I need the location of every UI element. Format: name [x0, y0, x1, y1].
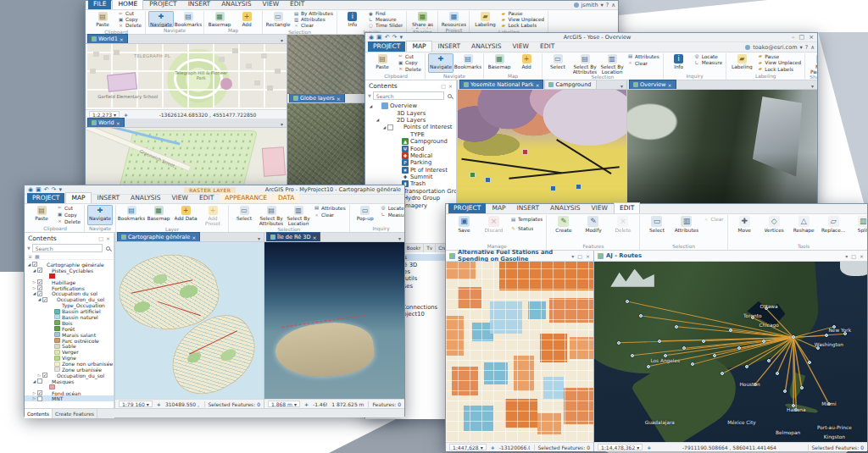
ribbon-button[interactable]: ▭ Select [231, 205, 257, 226]
layer-tree-item[interactable]: ★ Pt of Interest [365, 167, 456, 174]
ribbon-button[interactable]: ◎ Locate [693, 53, 724, 60]
ribbon-tab[interactable]: DATA [273, 193, 299, 203]
ribbon-button[interactable]: ▣ Save [450, 215, 478, 243]
ribbon-button[interactable]: △ Reshape [790, 215, 818, 243]
ribbon-tab[interactable]: VIEW [258, 0, 285, 9]
view-tab[interactable]: World1× [87, 34, 128, 43]
pointer-icon[interactable]: + [491, 445, 495, 450]
ribbon-button[interactable]: ▤ Templates [509, 215, 543, 224]
airport-dot[interactable] [808, 361, 811, 364]
layer-tree-item[interactable]: ◢ Masques [25, 378, 114, 384]
airport-dot[interactable] [675, 325, 678, 329]
airport-dot[interactable] [702, 340, 705, 343]
ribbon-tab[interactable]: PROJECT [144, 0, 181, 9]
ribbon-button[interactable]: ▰ Labeling [472, 11, 498, 29]
ribbon-button[interactable]: ▰ Pause [499, 11, 545, 17]
pane-tab[interactable]: Bookr [403, 244, 424, 252]
airport-dot[interactable] [792, 335, 795, 339]
ribbon-button[interactable]: + Add [234, 11, 259, 27]
ribbon-tab[interactable]: ANALYSIS [125, 193, 165, 203]
airport-dot[interactable] [800, 386, 804, 389]
airport-dot[interactable] [767, 359, 771, 362]
ribbon-tab[interactable]: VIEW [586, 203, 613, 213]
expand-icon[interactable]: ◢ [381, 125, 387, 130]
airport-dot[interactable] [647, 365, 650, 368]
ribbon-button[interactable]: ▣ Copy [117, 17, 142, 23]
layer-tree-item[interactable]: ◢ ✓ Pistes_Cyclables [25, 268, 114, 273]
layer-tree-item[interactable]: ◢ 2D Layers [365, 117, 456, 124]
filter-icon[interactable]: ▼ [368, 93, 371, 98]
view-tab[interactable]: Île de Ré 3D× [266, 232, 320, 241]
expand-icon[interactable]: ▷ [31, 396, 37, 401]
ribbon-button[interactable]: × Clear [702, 215, 724, 224]
help-icon[interactable]: ? [805, 44, 808, 51]
map-view-fuel-stations[interactable] [446, 262, 593, 442]
map-view-routes[interactable]: OttawaTorontoChicagoNew YorkWashingtonLo… [594, 262, 867, 442]
layer-tree-item[interactable]: ◢ ✓ Cartographie générale [25, 262, 114, 268]
menu-icon[interactable]: ▾ [571, 253, 574, 259]
tab-list-dropdown-icon[interactable]: ▾ [810, 83, 815, 89]
expand-icon[interactable]: ◢ [368, 104, 374, 108]
ribbon-button[interactable]: ▥ Split [849, 215, 867, 243]
tab-list-dropdown-icon[interactable]: ▾ [397, 235, 403, 241]
layer-checkbox[interactable]: ✓ [37, 268, 42, 273]
ribbon-button[interactable]: ◎ Locate [380, 205, 404, 212]
airport-dot[interactable] [691, 362, 694, 366]
tab-list-dropdown-icon[interactable]: ▾ [279, 37, 285, 43]
list-by-drawing-order-icon[interactable]: ≡ [28, 253, 32, 259]
search-icon[interactable] [448, 94, 452, 98]
ribbon-button[interactable]: ▤ Paste [90, 11, 115, 29]
layer-checkbox[interactable]: ✓ [42, 297, 47, 302]
ribbon-button[interactable]: ▰ View Unplaced [499, 17, 545, 23]
ribbon-button[interactable]: ✂ Cut [117, 11, 142, 17]
ribbon-tab[interactable]: MAP [65, 192, 91, 203]
view-tab[interactable]: Yosemite National Park× [459, 80, 543, 89]
layer-checkbox[interactable]: ✓ [37, 291, 42, 296]
expand-icon[interactable]: ▷ [31, 391, 37, 395]
view-tab[interactable]: Cartographie générale× [117, 232, 200, 241]
ribbon-button[interactable]: ✚ Move [731, 215, 759, 243]
maximize-button[interactable]: □ [799, 34, 805, 41]
ribbon-button[interactable]: × Delete [117, 23, 142, 29]
ribbon-button[interactable]: ▥ Select By Location [599, 53, 625, 74]
ribbon-button[interactable]: × Clear [626, 60, 660, 67]
layer-tree-item[interactable]: Zone urbanisée [25, 367, 114, 373]
ribbon-button[interactable]: ▤ Select By Attributes [572, 53, 598, 74]
airport-dot[interactable] [664, 354, 667, 357]
map-view-world1[interactable]: TELEGRAPH PL Telegraph Hill & Pioneer Pa… [86, 44, 287, 109]
ribbon-button[interactable]: ∟ Measure [380, 212, 404, 218]
layer-tree-item[interactable]: TYPE [365, 131, 456, 138]
ribbon-button[interactable]: ✚ Navigate [428, 53, 453, 73]
expand-icon[interactable]: ◢ [31, 268, 37, 273]
ribbon-button[interactable]: ▰ Pause [756, 53, 802, 60]
view-tab[interactable]: Overview× [629, 80, 676, 89]
close-icon[interactable]: × [106, 235, 110, 241]
airport-dot[interactable] [737, 346, 741, 350]
layer-checkbox[interactable]: ✓ [37, 285, 42, 290]
ribbon-tab[interactable]: PROJECT [368, 41, 405, 52]
ribbon-button[interactable]: × Delete [56, 218, 81, 225]
expand-icon[interactable]: ◢ [375, 118, 381, 122]
ribbon-tab[interactable]: HOME [112, 0, 143, 9]
airport-dot[interactable] [631, 354, 634, 357]
layer-tree-item[interactable]: Verger [25, 349, 114, 355]
menu-icon[interactable]: ▾ [845, 253, 848, 259]
pane-tab[interactable]: Contents [25, 409, 53, 418]
pin-icon[interactable]: □ [441, 83, 446, 89]
scale-select[interactable]: 1:79 160▾ [119, 401, 153, 407]
ribbon-button[interactable]: ◇ Vertices [760, 215, 788, 243]
account-widget[interactable]: jsmith ▾ ? ∧ [574, 2, 615, 9]
ribbon-button[interactable]: i Info [340, 11, 365, 29]
ribbon-button[interactable]: ▤ Paste [29, 205, 54, 225]
view-tab[interactable]: Globe layers× [289, 93, 345, 102]
pointer-icon[interactable]: + [304, 401, 309, 407]
ribbon-tab[interactable]: EDIT [194, 193, 219, 203]
account-dropdown-icon[interactable]: ▾ [601, 2, 604, 8]
layer-checkbox[interactable] [37, 396, 42, 401]
ribbon-button[interactable]: × Discard [480, 215, 508, 243]
pane-tab[interactable]: Tv [424, 244, 436, 252]
ribbon-tab[interactable]: VIEW [166, 193, 193, 203]
view-tab[interactable]: World× [87, 118, 125, 127]
list-by-source-icon[interactable]: ▦ [35, 253, 40, 259]
expand-icon[interactable]: ◢ [26, 262, 32, 267]
